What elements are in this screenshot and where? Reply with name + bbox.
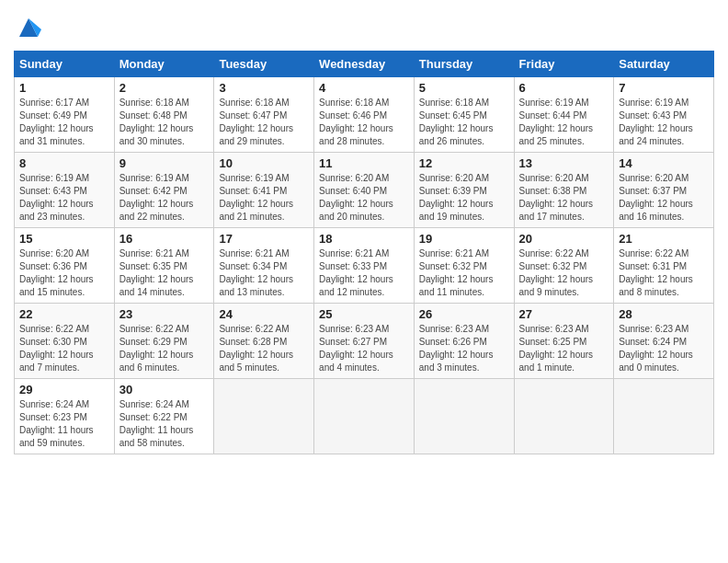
calendar-cell: 25Sunrise: 6:23 AMSunset: 6:27 PMDayligh… [314, 304, 415, 379]
day-info: Sunrise: 6:18 AMSunset: 6:47 PMDaylight:… [219, 97, 309, 148]
day-number: 11 [319, 156, 409, 170]
day-info: Sunrise: 6:20 AMSunset: 6:36 PMDaylight:… [19, 247, 109, 299]
day-info: Sunrise: 6:22 AMSunset: 6:29 PMDaylight:… [119, 323, 210, 374]
calendar-table: SundayMondayTuesdayWednesdayThursdayFrid… [14, 51, 714, 454]
calendar-cell: 10Sunrise: 6:19 AMSunset: 6:41 PMDayligh… [214, 153, 314, 228]
day-number: 5 [419, 81, 509, 95]
calendar-cell [414, 379, 514, 454]
calendar-cell: 19Sunrise: 6:21 AMSunset: 6:32 PMDayligh… [414, 228, 514, 304]
day-number: 24 [219, 307, 309, 321]
day-number: 6 [519, 81, 609, 95]
calendar-cell: 13Sunrise: 6:20 AMSunset: 6:38 PMDayligh… [514, 153, 614, 228]
day-number: 25 [319, 307, 409, 321]
day-number: 14 [619, 156, 709, 170]
day-number: 19 [419, 232, 509, 246]
calendar-cell: 22Sunrise: 6:22 AMSunset: 6:30 PMDayligh… [15, 304, 115, 379]
day-info: Sunrise: 6:23 AMSunset: 6:25 PMDaylight:… [519, 323, 609, 374]
calendar-week-1: 1Sunrise: 6:17 AMSunset: 6:49 PMDaylight… [15, 77, 714, 153]
day-info: Sunrise: 6:18 AMSunset: 6:45 PMDaylight:… [419, 97, 509, 148]
day-info: Sunrise: 6:20 AMSunset: 6:38 PMDaylight:… [519, 172, 609, 224]
day-number: 1 [19, 81, 109, 95]
day-number: 16 [119, 232, 210, 246]
day-info: Sunrise: 6:24 AMSunset: 6:23 PMDaylight:… [19, 398, 109, 450]
calendar-cell: 15Sunrise: 6:20 AMSunset: 6:36 PMDayligh… [15, 228, 115, 304]
day-info: Sunrise: 6:24 AMSunset: 6:22 PMDaylight:… [119, 398, 210, 450]
day-info: Sunrise: 6:21 AMSunset: 6:35 PMDaylight:… [119, 247, 210, 299]
day-info: Sunrise: 6:19 AMSunset: 6:41 PMDaylight:… [219, 172, 309, 224]
calendar-cell: 26Sunrise: 6:23 AMSunset: 6:26 PMDayligh… [414, 304, 514, 379]
day-number: 8 [19, 156, 109, 170]
day-info: Sunrise: 6:18 AMSunset: 6:46 PMDaylight:… [319, 97, 409, 148]
calendar-cell: 6Sunrise: 6:19 AMSunset: 6:44 PMDaylight… [514, 77, 614, 153]
day-info: Sunrise: 6:22 AMSunset: 6:30 PMDaylight:… [19, 323, 109, 374]
day-number: 4 [319, 81, 409, 95]
day-number: 29 [19, 383, 109, 396]
day-number: 22 [19, 307, 109, 321]
calendar-cell: 8Sunrise: 6:19 AMSunset: 6:43 PMDaylight… [15, 153, 115, 228]
day-info: Sunrise: 6:20 AMSunset: 6:39 PMDaylight:… [419, 172, 509, 224]
day-number: 18 [319, 232, 409, 246]
day-info: Sunrise: 6:19 AMSunset: 6:42 PMDaylight:… [119, 172, 210, 224]
day-number: 13 [519, 156, 609, 170]
calendar-cell [314, 379, 415, 454]
calendar-cell: 30Sunrise: 6:24 AMSunset: 6:22 PMDayligh… [114, 379, 214, 454]
day-number: 12 [419, 156, 509, 170]
day-info: Sunrise: 6:17 AMSunset: 6:49 PMDaylight:… [19, 97, 109, 148]
day-number: 15 [19, 232, 109, 246]
calendar-week-3: 15Sunrise: 6:20 AMSunset: 6:36 PMDayligh… [15, 228, 714, 304]
day-info: Sunrise: 6:19 AMSunset: 6:44 PMDaylight:… [519, 97, 609, 148]
day-number: 27 [519, 307, 609, 321]
weekday-header-tuesday: Tuesday [214, 52, 314, 77]
day-number: 10 [219, 156, 309, 170]
weekday-header-monday: Monday [114, 52, 214, 77]
calendar-cell [514, 379, 614, 454]
calendar-cell [214, 379, 314, 454]
day-info: Sunrise: 6:20 AMSunset: 6:40 PMDaylight:… [319, 172, 409, 224]
day-info: Sunrise: 6:23 AMSunset: 6:24 PMDaylight:… [619, 323, 709, 374]
calendar-cell: 14Sunrise: 6:20 AMSunset: 6:37 PMDayligh… [614, 153, 714, 228]
day-info: Sunrise: 6:23 AMSunset: 6:27 PMDaylight:… [319, 323, 409, 374]
calendar-week-2: 8Sunrise: 6:19 AMSunset: 6:43 PMDaylight… [15, 153, 714, 228]
day-number: 21 [619, 232, 709, 246]
day-number: 20 [519, 232, 609, 246]
day-info: Sunrise: 6:18 AMSunset: 6:48 PMDaylight:… [119, 97, 210, 148]
header [14, 9, 714, 45]
calendar-cell: 21Sunrise: 6:22 AMSunset: 6:31 PMDayligh… [614, 228, 714, 304]
weekday-header-thursday: Thursday [414, 52, 514, 77]
weekday-header-saturday: Saturday [614, 52, 714, 77]
day-info: Sunrise: 6:22 AMSunset: 6:31 PMDaylight:… [619, 247, 709, 299]
calendar-cell: 7Sunrise: 6:19 AMSunset: 6:43 PMDaylight… [614, 77, 714, 153]
weekday-header-friday: Friday [514, 52, 614, 77]
calendar-cell: 24Sunrise: 6:22 AMSunset: 6:28 PMDayligh… [214, 304, 314, 379]
calendar-cell: 4Sunrise: 6:18 AMSunset: 6:46 PMDaylight… [314, 77, 415, 153]
calendar-cell: 9Sunrise: 6:19 AMSunset: 6:42 PMDaylight… [114, 153, 214, 228]
calendar-cell: 2Sunrise: 6:18 AMSunset: 6:48 PMDaylight… [114, 77, 214, 153]
calendar-cell: 3Sunrise: 6:18 AMSunset: 6:47 PMDaylight… [214, 77, 314, 153]
day-number: 17 [219, 232, 309, 246]
day-info: Sunrise: 6:19 AMSunset: 6:43 PMDaylight:… [619, 97, 709, 148]
calendar-cell: 11Sunrise: 6:20 AMSunset: 6:40 PMDayligh… [314, 153, 415, 228]
logo [14, 15, 41, 45]
weekday-header-sunday: Sunday [15, 52, 115, 77]
calendar-week-4: 22Sunrise: 6:22 AMSunset: 6:30 PMDayligh… [15, 304, 714, 379]
calendar-cell: 28Sunrise: 6:23 AMSunset: 6:24 PMDayligh… [614, 304, 714, 379]
day-info: Sunrise: 6:23 AMSunset: 6:26 PMDaylight:… [419, 323, 509, 374]
day-number: 30 [119, 383, 210, 396]
calendar-cell: 27Sunrise: 6:23 AMSunset: 6:25 PMDayligh… [514, 304, 614, 379]
weekday-header-wednesday: Wednesday [314, 52, 415, 77]
calendar-cell: 20Sunrise: 6:22 AMSunset: 6:32 PMDayligh… [514, 228, 614, 304]
day-number: 7 [619, 81, 709, 95]
calendar-week-5: 29Sunrise: 6:24 AMSunset: 6:23 PMDayligh… [15, 379, 714, 454]
day-number: 2 [119, 81, 210, 95]
day-info: Sunrise: 6:21 AMSunset: 6:34 PMDaylight:… [219, 247, 309, 299]
day-info: Sunrise: 6:21 AMSunset: 6:33 PMDaylight:… [319, 247, 409, 299]
calendar-cell [614, 379, 714, 454]
calendar-cell: 23Sunrise: 6:22 AMSunset: 6:29 PMDayligh… [114, 304, 214, 379]
day-number: 26 [419, 307, 509, 321]
calendar-cell: 16Sunrise: 6:21 AMSunset: 6:35 PMDayligh… [114, 228, 214, 304]
day-info: Sunrise: 6:21 AMSunset: 6:32 PMDaylight:… [419, 247, 509, 299]
day-info: Sunrise: 6:22 AMSunset: 6:28 PMDaylight:… [219, 323, 309, 374]
day-info: Sunrise: 6:22 AMSunset: 6:32 PMDaylight:… [519, 247, 609, 299]
calendar-cell: 1Sunrise: 6:17 AMSunset: 6:49 PMDaylight… [15, 77, 115, 153]
day-number: 9 [119, 156, 210, 170]
